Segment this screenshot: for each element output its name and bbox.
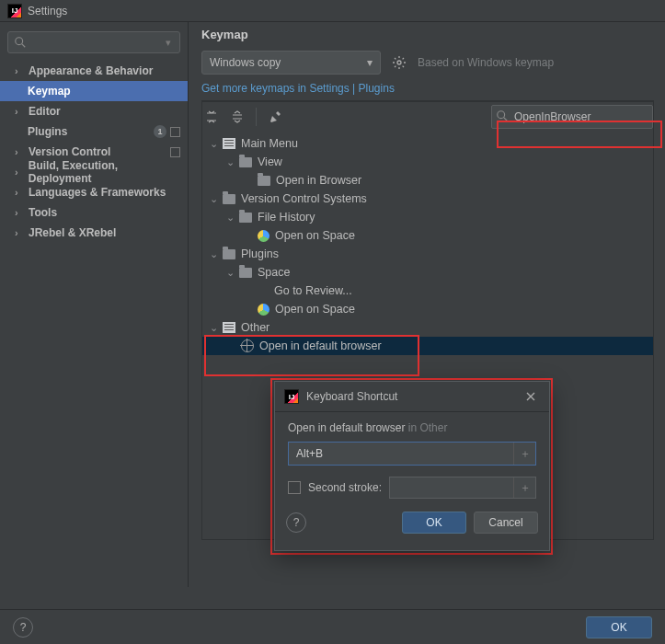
folder-icon	[239, 268, 252, 278]
ok-button[interactable]: OK	[402, 512, 466, 534]
dialog-title: Keyboard Shortcut	[306, 390, 397, 403]
panel-heading: Keymap	[201, 24, 654, 51]
get-more-keymaps-link[interactable]: Get more keymaps in Settings | Plugins	[201, 82, 395, 95]
folder-icon	[223, 194, 235, 204]
sidebar-item-label: Build, Execution, Deployment	[29, 159, 180, 185]
window-titlebar: IJ Settings	[0, 0, 665, 22]
tree-node[interactable]: Version Control Systems	[241, 192, 367, 205]
tree-node[interactable]: View	[258, 155, 282, 168]
space-icon	[258, 230, 269, 242]
scheme-value: Windows copy	[210, 56, 281, 69]
second-stroke-label: Second stroke:	[308, 481, 382, 494]
cancel-button[interactable]: Cancel	[474, 512, 538, 534]
menu-icon	[223, 138, 235, 149]
count-badge: 1	[154, 125, 166, 138]
sidebar-search[interactable]: ▾	[7, 31, 180, 53]
folder-icon	[239, 157, 252, 167]
sidebar-item-label: Plugins	[28, 125, 67, 138]
sidebar-item-keymap[interactable]: Keymap	[0, 81, 188, 101]
modified-indicator-icon	[170, 127, 180, 137]
gear-icon[interactable]	[392, 55, 407, 70]
svg-line-1	[22, 44, 26, 48]
tree-node[interactable]: Other	[241, 321, 269, 334]
first-stroke-input[interactable]: Alt+B ＋	[288, 442, 536, 466]
sidebar-item-appearance[interactable]: ›Appearance & Behavior	[0, 61, 188, 81]
sidebar-item-editor[interactable]: ›Editor	[0, 101, 188, 121]
sidebar-item-build[interactable]: ›Build, Execution, Deployment	[0, 162, 188, 182]
window-title: Settings	[28, 5, 67, 17]
toolbar-divider	[256, 108, 257, 126]
tree-node[interactable]: Open in Browser	[276, 174, 361, 187]
svg-point-0	[16, 38, 23, 45]
tree-leaf[interactable]: Go to Review...	[274, 284, 352, 297]
tree-node[interactable]: File History	[258, 211, 315, 224]
close-icon[interactable]	[522, 387, 540, 406]
add-shortcut-icon[interactable]: ＋	[513, 443, 535, 465]
keyboard-shortcut-dialog: IJ Keyboard Shortcut Open in default bro…	[274, 381, 550, 551]
svg-line-4	[504, 117, 508, 121]
svg-point-2	[397, 61, 401, 64]
expand-all-icon[interactable]	[202, 108, 221, 126]
sidebar-item-label: Keymap	[28, 85, 71, 98]
chevron-down-icon: ▾	[367, 56, 373, 69]
tree-leaf[interactable]: Open on Space	[275, 303, 355, 316]
help-button[interactable]: ?	[13, 617, 33, 638]
action-context: in Other	[408, 421, 448, 434]
search-icon	[496, 109, 509, 122]
sidebar-item-label: Version Control	[29, 145, 110, 158]
tree-node[interactable]: Space	[258, 266, 290, 279]
sidebar-item-tools[interactable]: ›Tools	[0, 202, 188, 223]
modified-indicator-icon	[170, 147, 180, 157]
folder-icon	[239, 213, 252, 223]
sidebar-item-label: JRebel & XRebel	[29, 226, 116, 239]
action-name: Open in default browser	[288, 421, 405, 434]
keymap-action-tree[interactable]: ⌄Main Menu ⌄View Open in Browser ⌄Versio…	[202, 131, 653, 355]
scheme-base-label: Based on Windows keymap	[418, 56, 554, 69]
action-filter-input[interactable]	[491, 105, 653, 129]
sidebar-item-jrebel[interactable]: ›JRebel & XRebel	[0, 223, 188, 243]
edit-shortcut-icon[interactable]	[266, 108, 284, 126]
add-shortcut-icon[interactable]: ＋	[513, 477, 535, 498]
folder-icon	[258, 176, 270, 186]
second-stroke-input[interactable]: ＋	[389, 477, 536, 499]
sidebar-item-label: Tools	[29, 206, 57, 219]
shortcut-value: Alt+B	[296, 447, 323, 460]
sidebar-item-plugins[interactable]: Plugins 1	[0, 121, 188, 142]
svg-point-3	[498, 110, 505, 118]
settings-sidebar: ▾ ›Appearance & Behavior Keymap ›Editor …	[0, 22, 189, 587]
dialog-subtitle: Open in default browser in Other	[288, 421, 536, 434]
app-icon: IJ	[284, 389, 299, 404]
sidebar-item-label: Languages & Frameworks	[29, 186, 166, 199]
tree-leaf[interactable]: Open on Space	[275, 229, 355, 242]
sidebar-item-lang[interactable]: ›Languages & Frameworks	[0, 182, 188, 202]
folder-icon	[223, 249, 235, 259]
sidebar-item-label: Editor	[29, 105, 61, 118]
help-button[interactable]: ?	[286, 512, 306, 533]
second-stroke-checkbox[interactable]	[288, 481, 301, 494]
tree-node[interactable]: Plugins	[241, 247, 279, 260]
search-icon	[14, 36, 27, 49]
tree-node[interactable]: Main Menu	[241, 137, 298, 150]
globe-icon	[241, 339, 254, 352]
ok-button[interactable]: OK	[586, 616, 652, 638]
keymap-scheme-select[interactable]: Windows copy ▾	[201, 51, 381, 75]
space-icon	[258, 304, 269, 316]
dialog-footer-bar: ? OK	[0, 609, 665, 644]
tree-leaf-selected[interactable]: Open in default browser	[259, 339, 382, 352]
app-icon: IJ	[7, 4, 22, 18]
collapse-all-icon[interactable]	[228, 108, 247, 126]
menu-icon	[223, 322, 235, 333]
sidebar-item-label: Appearance & Behavior	[29, 64, 153, 77]
